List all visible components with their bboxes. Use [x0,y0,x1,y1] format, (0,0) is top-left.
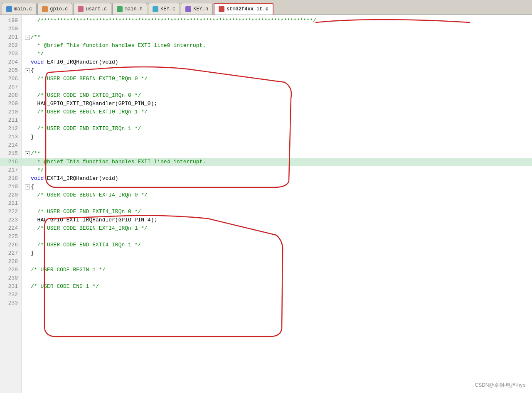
code-line-227: } [22,249,532,258]
line-number-200: 200 [0,25,21,33]
code-line-199: /***************************************… [22,17,532,25]
code-line-219: -{ [22,183,532,191]
watermark: CSDN@卓创-电控-hyb [475,382,525,389]
code-text-204: void EXTI0_IRQHandler(void) [31,58,118,66]
tab-label-2: usart.c [86,6,106,12]
tab-label-0: main.c [14,6,32,12]
line-number-211: 211 [0,116,21,125]
tab-icon-main.h [117,6,123,12]
code-text-224: /* USER CODE BEGIN EXTI4_IRQn 1 */ [31,224,148,233]
line-number-208: 208 [0,91,21,100]
line-number-219: 219 [0,183,21,191]
tab-KEYc[interactable]: KEY.c [148,3,180,15]
tab-icon-stm32f4xx_it.c [219,6,224,12]
code-text-202: * @brief This function handles EXTI line… [31,42,206,50]
code-text-229: /* USER CODE BEGIN 1 */ [31,266,105,274]
code-text-219: { [31,183,34,191]
code-text-231: /* USER CODE END 1 */ [31,282,99,291]
line-number-233: 233 [0,299,21,307]
line-number-229: 229 [0,266,21,274]
code-line-205: -{ [22,66,532,75]
line-number-213: 213 [0,133,21,141]
line-number-225: 225 [0,233,21,241]
code-line-233 [22,299,532,307]
tab-icon-KEY.c [153,6,158,12]
code-line-221 [22,199,532,208]
tab-KEYh[interactable]: KEY.h [181,3,213,15]
code-line-214 [22,141,532,150]
code-text-199: /***************************************… [31,17,316,25]
code-line-213: } [22,133,532,141]
code-line-225 [22,233,532,241]
fold-icon-205[interactable]: - [25,68,30,73]
line-number-226: 226 [0,241,21,249]
line-number-205: 205 [0,66,21,75]
code-line-212: /* USER CODE END EXTI0_IRQn 1 */ [22,125,532,133]
line-numbers: 1992002012022032042052062072082092102112… [0,15,22,393]
code-text-216: * @brief This function handles EXTI line… [31,158,206,166]
tab-stm32f4xxitc[interactable]: stm32f4xx_it.c [214,3,273,15]
code-line-224: /* USER CODE BEGIN EXTI4_IRQn 1 */ [22,224,532,233]
line-number-212: 212 [0,125,21,133]
line-number-224: 224 [0,224,21,233]
fold-icon-219[interactable]: - [25,184,30,189]
tab-icon-KEY.h [185,6,191,12]
code-line-211 [22,116,532,125]
tab-mainh[interactable]: main.h [112,3,147,15]
tab-label-5: KEY.h [193,6,208,12]
line-number-209: 209 [0,100,21,108]
code-text-203: */ [31,50,44,58]
line-number-202: 202 [0,42,21,50]
code-line-200 [22,25,532,33]
tab-usartc[interactable]: usart.c [73,3,111,15]
fold-icon-215[interactable]: - [25,151,30,156]
fold-icon-201[interactable]: - [25,35,30,40]
tab-label-6: stm32f4xx_it.c [227,6,268,12]
code-line-228 [22,258,532,266]
code-line-208: /* USER CODE END EXTI0_IRQn 0 */ [22,91,532,100]
line-number-215: 215 [0,150,21,158]
tab-label-4: KEY.c [160,6,175,12]
tab-icon-usart.c [78,6,84,12]
code-text-226: /* USER CODE END EXTI4_IRQn 1 */ [31,241,141,249]
tab-mainc[interactable]: main.c [2,3,37,15]
tab-gpioc[interactable]: gpio.c [37,3,72,15]
code-text-217: */ [31,166,44,174]
code-text-201: /** [31,33,40,42]
code-text-222: /* USER CODE END EXTI4_IRQn 0 */ [31,208,141,216]
line-number-222: 222 [0,208,21,216]
code-line-220: /* USER CODE BEGIN EXTI4_IRQn 0 */ [22,191,532,199]
code-line-231: /* USER CODE END 1 */ [22,282,532,291]
code-text-209: HAL_GPIO_EXTI_IRQHandler(GPIO_PIN_0); [31,100,157,108]
line-number-216: 216 [0,158,21,166]
code-line-207 [22,83,532,91]
tab-label-3: main.h [125,6,143,12]
code-line-222: /* USER CODE END EXTI4_IRQn 0 */ [22,208,532,216]
line-number-230: 230 [0,274,21,282]
line-number-218: 218 [0,174,21,183]
code-line-210: /* USER CODE BEGIN EXTI0_IRQn 1 */ [22,108,532,116]
line-number-217: 217 [0,166,21,174]
code-text-218: void EXTI4_IRQHandler(void) [31,174,118,183]
code-content: /***************************************… [22,15,532,393]
line-number-207: 207 [0,83,21,91]
line-number-227: 227 [0,249,21,258]
line-number-220: 220 [0,191,21,199]
line-number-204: 204 [0,58,21,66]
code-line-217: */ [22,166,532,174]
code-text-206: /* USER CODE BEGIN EXTI0_IRQn 0 */ [31,75,148,83]
code-line-201: -/** [22,33,532,42]
code-text-205: { [31,66,34,75]
code-text-223: HAL_GPIO_EXTI_IRQHandler(GPIO_PIN_4); [31,216,157,224]
code-text-220: /* USER CODE BEGIN EXTI4_IRQn 0 */ [31,191,148,199]
code-text-213: } [31,133,34,141]
code-line-203: */ [22,50,532,58]
line-number-210: 210 [0,108,21,116]
code-line-218: void EXTI4_IRQHandler(void) [22,174,532,183]
line-number-231: 231 [0,282,21,291]
code-line-223: HAL_GPIO_EXTI_IRQHandler(GPIO_PIN_4); [22,216,532,224]
code-text-227: } [31,249,34,258]
tab-icon-gpio.c [42,6,48,12]
line-number-228: 228 [0,258,21,266]
code-line-230 [22,274,532,282]
